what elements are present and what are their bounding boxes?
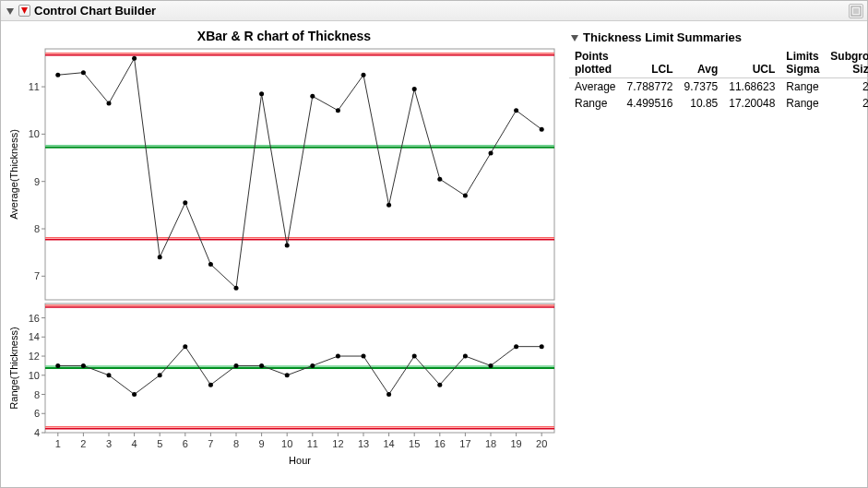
svg-point-121 [463, 354, 468, 359]
cell-sigma: Range [780, 78, 825, 96]
svg-point-105 [55, 363, 60, 368]
col-lcl: LCL [621, 48, 678, 78]
disclosure-triangle-icon[interactable] [5, 6, 15, 16]
svg-point-117 [362, 354, 366, 359]
svg-text:9: 9 [259, 438, 265, 449]
panel-title: Control Chart Builder [34, 4, 156, 18]
svg-point-116 [336, 354, 340, 359]
svg-point-101 [463, 194, 468, 198]
cell-size: 20 [825, 95, 868, 112]
svg-point-85 [55, 73, 60, 77]
summary-title: Thickness Limit Summaries [583, 30, 742, 44]
svg-point-113 [259, 363, 264, 368]
svg-point-87 [107, 101, 112, 106]
panel-body: XBar & R chart of Thickness 789101146810… [1, 21, 867, 487]
svg-point-91 [208, 262, 213, 267]
control-chart-panel: Control Chart Builder XBar & R chart of … [0, 0, 868, 488]
chart-title: XBar & R chart of Thickness [6, 25, 562, 45]
svg-text:12: 12 [332, 438, 343, 449]
svg-text:Hour: Hour [289, 455, 311, 466]
chart-area[interactable]: 7891011468101214161234567891011121314151… [6, 45, 562, 482]
svg-text:4: 4 [34, 427, 40, 438]
svg-text:8: 8 [34, 223, 40, 234]
svg-rect-3 [853, 8, 859, 14]
table-row: Range4.49951610.8517.20048Range20 [569, 95, 868, 112]
cell-ucl: 17.20048 [723, 95, 780, 112]
svg-point-90 [183, 200, 187, 205]
svg-text:11: 11 [307, 438, 318, 449]
svg-text:7: 7 [34, 270, 40, 281]
svg-point-97 [362, 73, 366, 77]
svg-point-88 [132, 56, 137, 61]
svg-point-119 [412, 354, 417, 359]
svg-point-114 [285, 373, 290, 377]
summary-table: Points plotted LCL Avg UCL Limits Sigma … [569, 48, 868, 112]
cell-points: Range [569, 95, 621, 112]
svg-text:19: 19 [510, 438, 521, 449]
help-icon[interactable] [849, 4, 863, 18]
svg-text:10: 10 [29, 370, 40, 381]
svg-text:11: 11 [29, 81, 40, 92]
svg-text:13: 13 [358, 438, 369, 449]
col-points: Points plotted [569, 48, 621, 78]
svg-text:Range(Thickness): Range(Thickness) [8, 327, 19, 409]
svg-point-103 [514, 108, 518, 113]
col-size: Subgroup Size [825, 48, 868, 78]
svg-text:10: 10 [29, 128, 40, 139]
cell-lcl: 4.499516 [621, 95, 678, 112]
svg-point-124 [540, 344, 544, 349]
red-triangle-menu-icon[interactable] [18, 5, 30, 17]
svg-point-115 [310, 363, 315, 368]
svg-point-96 [336, 108, 340, 113]
svg-text:16: 16 [434, 438, 446, 449]
svg-point-106 [81, 363, 86, 368]
svg-point-123 [514, 344, 518, 349]
cell-lcl: 7.788772 [621, 78, 678, 96]
svg-point-100 [437, 177, 442, 182]
svg-point-104 [540, 127, 544, 132]
svg-point-93 [259, 91, 264, 96]
svg-text:6: 6 [34, 408, 40, 419]
svg-text:14: 14 [29, 331, 40, 342]
svg-point-92 [234, 286, 239, 291]
svg-text:16: 16 [29, 313, 40, 324]
xbar-r-chart[interactable]: 7891011468101214161234567891011121314151… [6, 45, 562, 470]
svg-point-111 [208, 383, 213, 387]
disclosure-triangle-icon[interactable] [569, 32, 579, 42]
svg-point-102 [489, 150, 493, 155]
svg-marker-1 [21, 7, 28, 14]
svg-text:7: 7 [208, 438, 213, 449]
svg-text:18: 18 [485, 438, 496, 449]
table-header-row: Points plotted LCL Avg UCL Limits Sigma … [569, 48, 868, 78]
svg-text:5: 5 [157, 438, 162, 449]
cell-points: Average [569, 78, 621, 96]
svg-point-95 [310, 94, 315, 99]
col-avg: Avg [679, 48, 724, 78]
svg-text:20: 20 [536, 438, 547, 449]
col-sigma: Limits Sigma [780, 48, 825, 78]
svg-text:4: 4 [132, 438, 137, 449]
svg-text:6: 6 [183, 438, 188, 449]
cell-avg: 9.7375 [679, 78, 724, 96]
svg-point-107 [107, 373, 112, 377]
table-row: Average7.7887729.737511.68623Range20 [569, 78, 868, 96]
svg-text:2: 2 [80, 438, 86, 449]
cell-sigma: Range [780, 95, 825, 112]
svg-point-94 [285, 243, 290, 247]
svg-point-109 [158, 373, 162, 377]
svg-text:1: 1 [55, 438, 61, 449]
summary-column: Thickness Limit Summaries Points plotted… [569, 25, 868, 482]
svg-text:12: 12 [29, 351, 40, 362]
svg-text:Average(Thickness): Average(Thickness) [8, 129, 19, 220]
cell-ucl: 11.68623 [723, 78, 780, 96]
svg-point-98 [386, 203, 391, 208]
svg-text:9: 9 [34, 176, 40, 187]
svg-marker-0 [6, 8, 14, 15]
svg-point-112 [234, 363, 239, 368]
cell-size: 20 [825, 78, 868, 96]
svg-point-89 [158, 255, 162, 259]
svg-text:10: 10 [281, 438, 292, 449]
summary-header: Thickness Limit Summaries [569, 30, 868, 44]
svg-text:17: 17 [459, 438, 470, 449]
svg-point-122 [489, 363, 493, 368]
